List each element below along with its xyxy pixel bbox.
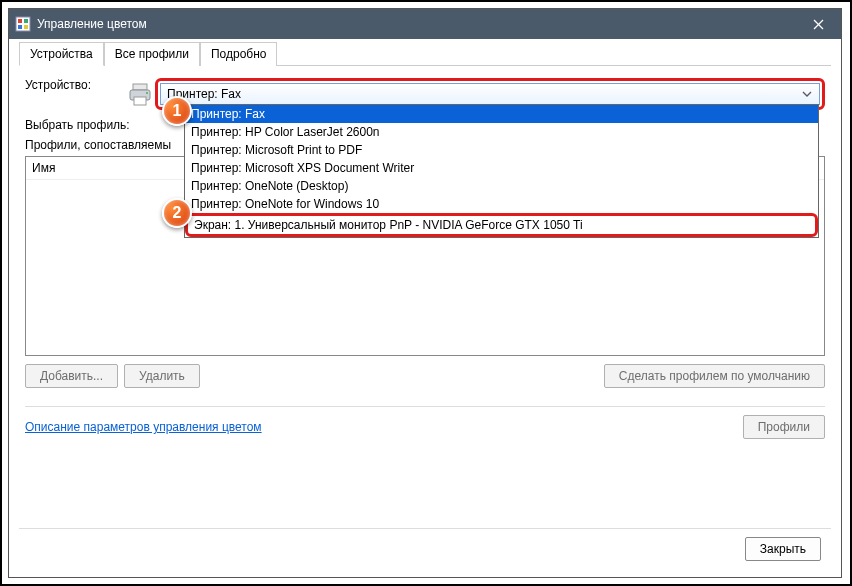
tab-content: Устройство: Принтер: Fax [19,66,831,528]
client-area: Устройства Все профили Подробно Устройст… [9,39,841,577]
color-management-window: Управление цветом Устройства Все профили… [8,8,842,578]
annotation-callout-1: 1 [162,96,192,126]
add-button[interactable]: Добавить... [25,364,118,388]
bottom-bar: Закрыть [19,528,831,569]
titlebar: Управление цветом [9,9,841,39]
close-dialog-button[interactable]: Закрыть [745,537,821,561]
dropdown-item-onenote-w10[interactable]: Принтер: OneNote for Windows 10 [185,195,818,213]
annotation-outline-2: Экран: 1. Универсальный монитор PnP - NV… [185,213,818,237]
svg-rect-3 [18,25,22,29]
screenshot-frame: Управление цветом Устройства Все профили… [0,0,852,586]
dropdown-item-pdf[interactable]: Принтер: Microsoft Print to PDF [185,141,818,159]
dropdown-item-onenote-desktop[interactable]: Принтер: OneNote (Desktop) [185,177,818,195]
tab-advanced[interactable]: Подробно [200,42,278,66]
tab-bar: Устройства Все профили Подробно [19,41,831,66]
help-link[interactable]: Описание параметров управления цветом [25,420,262,434]
svg-rect-4 [24,25,28,29]
svg-rect-2 [24,19,28,23]
device-combobox[interactable]: Принтер: Fax [160,83,820,105]
dropdown-item-xps[interactable]: Принтер: Microsoft XPS Document Writer [185,159,818,177]
separator [25,406,825,407]
svg-rect-7 [133,84,147,90]
window-title: Управление цветом [37,17,147,31]
tab-devices[interactable]: Устройства [19,42,104,66]
app-icon [15,16,31,32]
close-button[interactable] [796,9,841,39]
printer-icon [125,78,155,108]
svg-rect-1 [18,19,22,23]
svg-point-10 [146,92,148,94]
profile-buttons-row: Добавить... Удалить Сделать профилем по … [25,364,825,388]
chevron-down-icon [799,91,815,97]
annotation-callout-2: 2 [162,198,192,228]
set-default-button[interactable]: Сделать профилем по умолчанию [604,364,825,388]
svg-rect-9 [134,97,146,105]
dropdown-item-hp[interactable]: Принтер: HP Color LaserJet 2600n [185,123,818,141]
profiles-button[interactable]: Профили [743,415,825,439]
remove-button[interactable]: Удалить [124,364,200,388]
device-dropdown: Принтер: Fax Принтер: HP Color LaserJet … [184,104,819,238]
device-label: Устройство: [25,78,125,92]
dropdown-item-fax[interactable]: Принтер: Fax [185,105,818,123]
dropdown-item-screen[interactable]: Экран: 1. Универсальный монитор PnP - NV… [188,216,815,234]
tab-all-profiles[interactable]: Все профили [104,42,200,66]
